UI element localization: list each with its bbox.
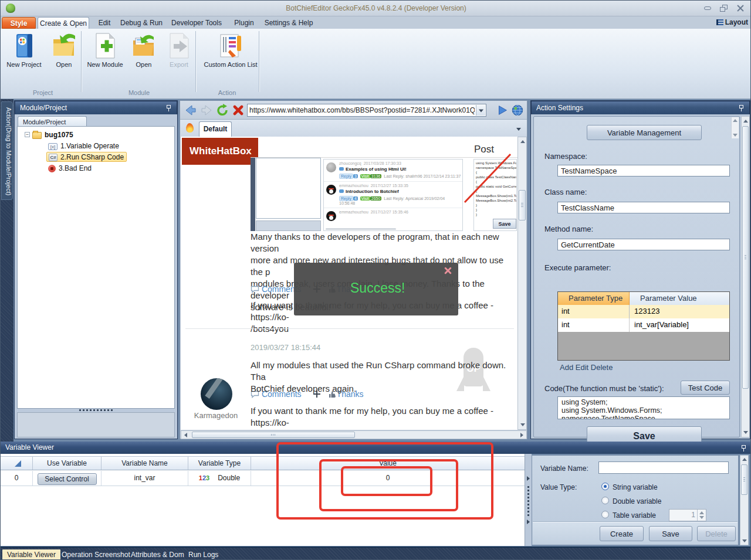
namespace-input[interactable]	[557, 165, 730, 177]
number-type-icon: 123	[199, 474, 209, 481]
new-module-button[interactable]: New Module	[86, 32, 124, 68]
action-settings-title: Action Settings	[536, 104, 583, 112]
browser-tab-default[interactable]: Default	[199, 121, 232, 137]
tab-attributes-dom[interactable]: Attributes & Dom	[126, 549, 189, 560]
module-open-button[interactable]: Open	[125, 32, 163, 68]
action-drag-tab[interactable]: Action(Drag to Module/Project)	[1, 101, 13, 200]
url-dropdown-button[interactable]	[476, 105, 485, 116]
close-button[interactable]	[736, 5, 745, 12]
tab-create-open[interactable]: Create & Open	[38, 17, 89, 29]
form-save-button[interactable]: Save	[649, 526, 692, 541]
splitter-handle[interactable]	[79, 409, 113, 411]
radio-string-variable[interactable]	[601, 483, 609, 490]
back-button[interactable]	[184, 103, 198, 117]
project-open-label: Open	[56, 61, 72, 68]
app-window: BotChiefEditor GeckoFx45.0 v4.8.2.4 (Dev…	[0, 0, 751, 560]
tab-style[interactable]: Style	[2, 17, 36, 29]
table-variable-label: Table variable	[613, 511, 656, 520]
tab-debug-run[interactable]: Debug & Run	[119, 17, 164, 29]
browser-hscrollbar[interactable]	[181, 430, 527, 439]
stop-button[interactable]	[231, 103, 245, 117]
tab-operation-screenshot[interactable]: Operation Screenshot	[57, 549, 135, 560]
forward-button[interactable]	[199, 103, 214, 117]
globe-icon	[511, 104, 524, 117]
tab-run-logs[interactable]: Run Logs	[184, 549, 223, 560]
url-input[interactable]	[249, 105, 475, 116]
project-group-label: Project	[5, 89, 80, 97]
toast-message: Success!	[350, 280, 405, 296]
layout-icon	[716, 19, 723, 25]
param-actions: Add Edit Delete	[560, 363, 613, 372]
parameter-row[interactable]: int int_var[Variable]	[558, 318, 729, 332]
variable-form-scrollbar[interactable]	[740, 455, 749, 545]
value-type-label: Value Type:	[540, 483, 577, 491]
tree-node-bad-end[interactable]: 3.Bad End	[18, 163, 174, 174]
test-code-button[interactable]: Test Code	[681, 381, 730, 395]
custom-action-list-icon	[217, 32, 244, 59]
go-button[interactable]	[496, 104, 510, 118]
tab-developer-tools[interactable]: Developer Tools	[166, 17, 227, 29]
variable-type-header[interactable]: Variable Type	[188, 457, 251, 470]
collapse-icon[interactable]: −	[25, 132, 30, 137]
class-name-input[interactable]	[557, 202, 730, 213]
code-scrollbar[interactable]	[731, 117, 739, 138]
bottom-splitter[interactable]	[525, 454, 532, 546]
variable-name-header[interactable]: Variable Name	[102, 457, 188, 470]
tab-settings-help[interactable]: Settings & Help	[261, 17, 316, 29]
create-button[interactable]: Create	[600, 526, 644, 541]
delete-link[interactable]: Delete	[591, 363, 613, 372]
pin-icon[interactable]	[739, 105, 744, 111]
open-folder-icon	[50, 32, 77, 59]
stop-icon	[231, 103, 245, 117]
project-open-button[interactable]: Open	[45, 32, 83, 68]
param-value-header[interactable]: Parameter Value	[630, 292, 729, 305]
select-control-button[interactable]: Select Control	[38, 473, 97, 485]
module-tree: −bug1075 [x]1.Variable Operate C#2.Run C…	[17, 126, 175, 409]
custom-action-list-button[interactable]: Custom Action List	[204, 32, 258, 68]
tab-list-dropdown-icon[interactable]	[516, 128, 521, 131]
module-project-tab[interactable]: Module/Project	[18, 116, 87, 127]
tree-item-label: 1.Variable Operate	[60, 142, 119, 150]
layout-button[interactable]: Layout	[716, 18, 748, 28]
action-settings-header: Action Settings	[531, 101, 750, 114]
param-type-header[interactable]: Parameter Type	[558, 292, 630, 305]
export-label: Export	[170, 61, 188, 68]
pin-icon[interactable]	[167, 105, 171, 111]
use-variable-header[interactable]: Use Variable	[33, 457, 102, 470]
add-link[interactable]: Add	[560, 363, 573, 372]
parameter-table: Parameter Type Parameter Value int 12312…	[557, 291, 730, 361]
group-separator	[195, 31, 196, 92]
minimize-button[interactable]	[703, 5, 712, 12]
spinner-value: 1	[691, 511, 695, 519]
variable-viewer-title: Variable Viewer	[5, 443, 54, 452]
radio-double-variable[interactable]	[601, 497, 609, 504]
variable-management-button[interactable]: Variable Management	[587, 125, 702, 140]
variable-name-label: Variable Name:	[540, 464, 588, 473]
tab-edit[interactable]: Edit	[92, 17, 117, 29]
tab-variable-viewer[interactable]: Variable Viewer	[2, 549, 60, 560]
address-bar	[247, 104, 486, 117]
tree-node-root[interactable]: −bug1075	[18, 130, 174, 141]
tab-plugin[interactable]: Plugin	[229, 17, 259, 29]
row-selector-header[interactable]	[1, 457, 33, 470]
spinner-buttons[interactable]	[697, 510, 706, 521]
variable-name-input[interactable]	[598, 461, 729, 474]
code-textarea[interactable]: using System; using System.Windows.Forms…	[557, 396, 730, 419]
tree-node-variable-operate[interactable]: [x]1.Variable Operate	[18, 141, 174, 152]
edit-link[interactable]: Edit	[576, 363, 588, 372]
refresh-button[interactable]	[215, 103, 229, 117]
browser-vscrollbar[interactable]	[517, 137, 527, 430]
parameter-row[interactable]: int 123123	[558, 305, 729, 318]
pin-icon[interactable]	[742, 445, 746, 452]
table-rows-spinner[interactable]: 1	[669, 509, 706, 521]
restore-button[interactable]	[720, 5, 728, 12]
tree-node-run-csharp[interactable]: C#2.Run CSharp Code	[18, 152, 174, 163]
radio-table-variable[interactable]	[601, 511, 609, 518]
action-panel-scrollbar[interactable]	[741, 116, 750, 437]
ribbon-body: New Project Open Project New Module	[1, 29, 751, 99]
action-group-label: Action	[198, 89, 256, 97]
method-name-input[interactable]	[557, 239, 730, 250]
browser-settings-button[interactable]	[511, 104, 525, 118]
toast-close-icon[interactable]	[443, 266, 452, 275]
new-project-button[interactable]: New Project	[5, 32, 43, 68]
